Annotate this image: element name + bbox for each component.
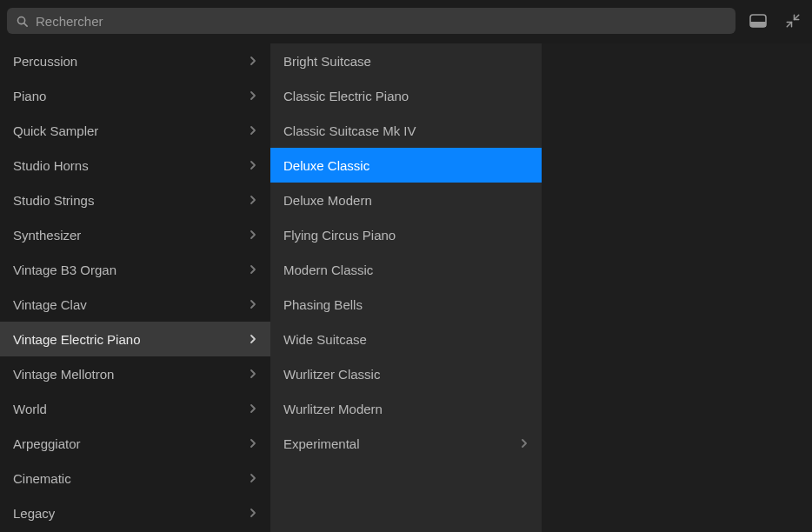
header bbox=[0, 0, 812, 43]
search-icon bbox=[16, 15, 29, 28]
col1-item[interactable]: Studio Strings bbox=[0, 183, 270, 217]
item-label: Cinematic bbox=[13, 471, 71, 486]
item-label: Modern Classic bbox=[283, 263, 373, 277]
chevron-right-icon bbox=[250, 56, 256, 66]
col2-item[interactable]: Bright Suitcase bbox=[270, 43, 542, 78]
item-label: Legacy bbox=[13, 506, 55, 521]
item-label: Phasing Bells bbox=[283, 297, 363, 312]
preset-column: Bright SuitcaseClassic Electric PianoCla… bbox=[270, 43, 542, 532]
col2-item[interactable]: Modern Classic bbox=[270, 252, 542, 287]
svg-line-1 bbox=[24, 23, 27, 25]
col1-item[interactable]: Vintage Clav bbox=[0, 287, 270, 322]
chevron-right-icon bbox=[250, 438, 256, 449]
item-label: Wurlitzer Classic bbox=[283, 367, 380, 382]
col2-item[interactable]: Wurlitzer Classic bbox=[270, 356, 542, 391]
item-label: Vintage Mellotron bbox=[13, 367, 114, 382]
chevron-right-icon bbox=[250, 403, 256, 414]
item-label: Synthesizer bbox=[13, 228, 81, 243]
view-mode-icon bbox=[749, 14, 767, 28]
browser-columns: PercussionPianoQuick SamplerStudio Horns… bbox=[0, 43, 812, 532]
detail-column bbox=[542, 43, 812, 532]
item-label: Piano bbox=[13, 89, 46, 103]
item-label: Wide Suitcase bbox=[283, 332, 367, 347]
svg-rect-3 bbox=[750, 22, 766, 27]
collapse-button[interactable] bbox=[781, 9, 805, 33]
item-label: Arpeggiator bbox=[13, 436, 81, 451]
col2-item[interactable]: Classic Electric Piano bbox=[270, 78, 542, 113]
chevron-right-icon bbox=[250, 90, 256, 101]
chevron-right-icon bbox=[250, 334, 256, 344]
category-column: PercussionPianoQuick SamplerStudio Horns… bbox=[0, 43, 270, 532]
col1-item[interactable]: Vintage Electric Piano bbox=[0, 322, 270, 356]
chevron-right-icon bbox=[250, 508, 256, 518]
svg-line-4 bbox=[787, 23, 791, 27]
item-label: Deluxe Classic bbox=[283, 158, 369, 173]
item-label: Studio Strings bbox=[13, 193, 94, 208]
item-label: Quick Sampler bbox=[13, 123, 98, 138]
col1-item[interactable]: Synthesizer bbox=[0, 217, 270, 252]
chevron-right-icon bbox=[250, 264, 256, 275]
chevron-right-icon bbox=[250, 229, 256, 240]
search-field-wrap[interactable] bbox=[7, 8, 735, 34]
col1-item[interactable]: Legacy bbox=[0, 495, 270, 530]
item-label: Percussion bbox=[13, 54, 77, 69]
col2-item[interactable]: Classic Suitcase Mk IV bbox=[270, 113, 542, 148]
search-input[interactable] bbox=[36, 14, 727, 29]
chevron-right-icon bbox=[250, 473, 256, 483]
item-label: Vintage Electric Piano bbox=[13, 332, 140, 347]
item-label: World bbox=[13, 402, 47, 416]
view-mode-button[interactable] bbox=[746, 9, 770, 33]
col2-item[interactable]: Wide Suitcase bbox=[270, 322, 542, 356]
chevron-right-icon bbox=[250, 125, 256, 136]
item-label: Flying Circus Piano bbox=[283, 228, 396, 243]
col1-item[interactable]: Cinematic bbox=[0, 461, 270, 495]
collapse-icon bbox=[785, 13, 801, 29]
col2-item[interactable]: Deluxe Modern bbox=[270, 183, 542, 217]
chevron-right-icon bbox=[521, 438, 528, 449]
library-browser: PercussionPianoQuick SamplerStudio Horns… bbox=[0, 0, 812, 532]
col1-item[interactable]: Studio Horns bbox=[0, 148, 270, 183]
item-label: Wurlitzer Modern bbox=[283, 402, 383, 416]
col1-item[interactable]: Vintage B3 Organ bbox=[0, 252, 270, 287]
col1-item[interactable]: Quick Sampler bbox=[0, 113, 270, 148]
item-label: Bright Suitcase bbox=[283, 54, 371, 69]
chevron-right-icon bbox=[250, 299, 256, 309]
chevron-right-icon bbox=[250, 369, 256, 379]
col2-item[interactable]: Deluxe Classic bbox=[270, 148, 542, 183]
item-label: Vintage B3 Organ bbox=[13, 263, 116, 277]
col2-item[interactable]: Wurlitzer Modern bbox=[270, 391, 542, 426]
col1-item[interactable]: Arpeggiator bbox=[0, 426, 270, 461]
col2-item[interactable]: Flying Circus Piano bbox=[270, 217, 542, 252]
item-label: Classic Suitcase Mk IV bbox=[283, 123, 416, 138]
col2-item[interactable]: Experimental bbox=[270, 426, 542, 461]
chevron-right-icon bbox=[250, 195, 256, 205]
chevron-right-icon bbox=[250, 160, 256, 170]
col2-item[interactable]: Phasing Bells bbox=[270, 287, 542, 322]
svg-line-5 bbox=[795, 15, 799, 19]
item-label: Classic Electric Piano bbox=[283, 89, 409, 103]
col1-item[interactable]: Piano bbox=[0, 78, 270, 113]
item-label: Studio Horns bbox=[13, 158, 89, 173]
item-label: Vintage Clav bbox=[13, 297, 87, 312]
col1-item[interactable]: World bbox=[0, 391, 270, 426]
col1-item[interactable]: Percussion bbox=[0, 43, 270, 78]
item-label: Experimental bbox=[283, 436, 360, 451]
col1-item[interactable]: Vintage Mellotron bbox=[0, 356, 270, 391]
item-label: Deluxe Modern bbox=[283, 193, 372, 208]
